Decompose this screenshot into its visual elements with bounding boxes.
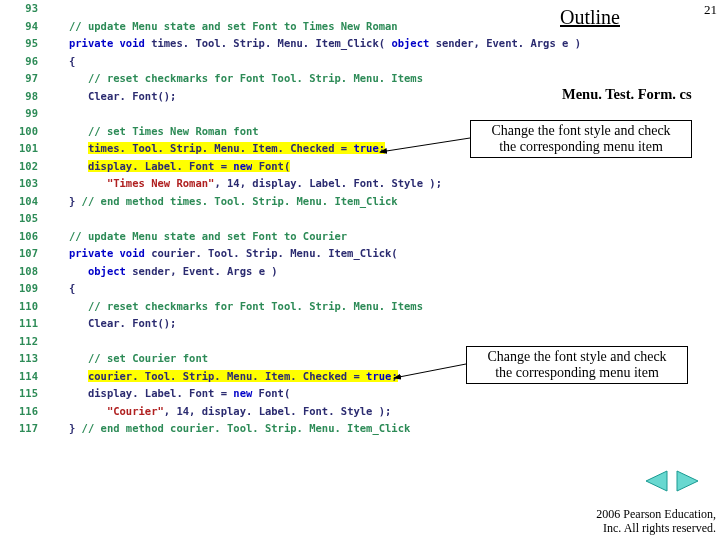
line-number: 112	[0, 333, 38, 351]
code-line: // reset checkmarks for Font Tool. Strip…	[50, 298, 581, 316]
line-number: 94	[0, 18, 38, 36]
copyright-line: Inc. All rights reserved.	[603, 521, 716, 535]
line-number: 109	[0, 280, 38, 298]
callout-line: the corresponding menu item	[495, 365, 659, 380]
line-number: 100	[0, 123, 38, 141]
line-number: 110	[0, 298, 38, 316]
code-line: {	[50, 53, 581, 71]
code-line: // reset checkmarks for Font Tool. Strip…	[50, 70, 581, 88]
code-line: // update Menu state and set Font to Cou…	[50, 228, 581, 246]
line-number: 107	[0, 245, 38, 263]
line-number: 116	[0, 403, 38, 421]
line-number: 105	[0, 210, 38, 228]
code-line: {	[50, 280, 581, 298]
code-line	[50, 210, 581, 228]
code-line: "Times New Roman", 14, display. Label. F…	[50, 175, 581, 193]
code-line: Clear. Font();	[50, 88, 581, 106]
line-number: 99	[0, 105, 38, 123]
outline-heading: Outline	[560, 6, 620, 29]
svg-marker-3	[677, 471, 698, 491]
line-number: 103	[0, 175, 38, 193]
svg-marker-2	[646, 471, 667, 491]
code-line: display. Label. Font = new Font(	[50, 385, 581, 403]
line-number: 114	[0, 368, 38, 386]
line-number: 108	[0, 263, 38, 281]
line-number: 95	[0, 35, 38, 53]
line-number: 102	[0, 158, 38, 176]
copyright-line: 2006 Pearson Education,	[596, 507, 716, 521]
callout-line: Change the font style and check	[491, 123, 670, 138]
nav-next-icon[interactable]	[675, 470, 701, 492]
callout-box-2: Change the font style and check the corr…	[466, 346, 688, 384]
line-number: 104	[0, 193, 38, 211]
line-number: 117	[0, 420, 38, 438]
code-line: } // end method courier. Tool. Strip. Me…	[50, 420, 581, 438]
line-number: 101	[0, 140, 38, 158]
code-line: display. Label. Font = new Font(	[50, 158, 581, 176]
code-line: Clear. Font();	[50, 315, 581, 333]
code-line	[50, 0, 581, 18]
nav-prev-icon[interactable]	[643, 470, 669, 492]
callout-box-1: Change the font style and check the corr…	[470, 120, 692, 158]
code-line: private void times. Tool. Strip. Menu. I…	[50, 35, 581, 53]
code-line: private void courier. Tool. Strip. Menu.…	[50, 245, 581, 263]
line-number-gutter: 9394959697989910010110210310410510610710…	[0, 0, 44, 438]
line-number: 115	[0, 385, 38, 403]
page-number: 21	[704, 2, 717, 18]
callout-line: the corresponding menu item	[499, 139, 663, 154]
line-number: 93	[0, 0, 38, 18]
line-number: 113	[0, 350, 38, 368]
line-number: 97	[0, 70, 38, 88]
line-number: 96	[0, 53, 38, 71]
code-line: object sender, Event. Args e )	[50, 263, 581, 281]
code-line: } // end method times. Tool. Strip. Menu…	[50, 193, 581, 211]
line-number: 106	[0, 228, 38, 246]
code-line: "Courier", 14, display. Label. Font. Sty…	[50, 403, 581, 421]
line-number: 111	[0, 315, 38, 333]
copyright-notice: 2006 Pearson Education, Inc. All rights …	[596, 508, 716, 536]
nav-buttons	[642, 470, 702, 496]
callout-line: Change the font style and check	[487, 349, 666, 364]
line-number: 98	[0, 88, 38, 106]
code-line: // update Menu state and set Font to Tim…	[50, 18, 581, 36]
source-file-name: Menu. Test. Form. cs	[562, 86, 692, 103]
